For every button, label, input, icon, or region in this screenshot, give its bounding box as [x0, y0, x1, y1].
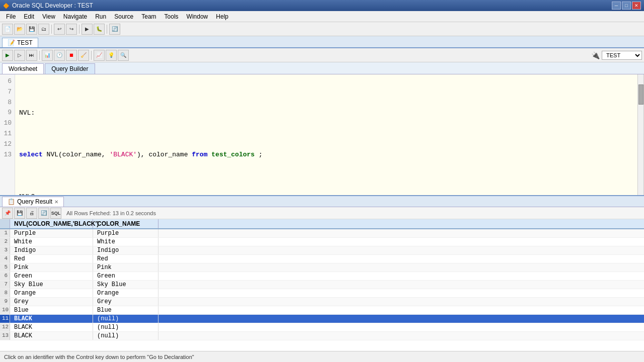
doc-tab-test[interactable]: 📝 TEST — [2, 38, 38, 47]
save-grid-btn[interactable]: 💾 — [14, 208, 25, 219]
results-toolbar: 📌 💾 🖨 🔄 SQL All Rows Fetched: 13 in 0.2 … — [0, 207, 644, 219]
header-col2[interactable]: COLOR_NAME — [93, 219, 158, 228]
menu-source[interactable]: Source — [110, 12, 137, 21]
connection-selector: 🔌 TEST — [591, 51, 642, 60]
row-num: 9 — [0, 298, 10, 306]
window-title: Oracle SQL Developer : TEST — [12, 2, 612, 9]
cell-col2: Grey — [93, 298, 158, 306]
table-row[interactable]: 4RedRed — [0, 255, 644, 263]
save-btn[interactable]: 💾 — [26, 24, 37, 35]
cell-col2: Purple — [93, 229, 158, 237]
menu-file[interactable]: File — [2, 12, 20, 21]
menu-tools[interactable]: Tools — [160, 12, 183, 21]
menu-window[interactable]: Window — [183, 12, 212, 21]
menu-team[interactable]: Team — [137, 12, 160, 21]
table-row[interactable]: 11BLACK(null) — [0, 315, 644, 323]
menu-help[interactable]: Help — [212, 12, 232, 21]
table-row[interactable]: 5PinkPink — [0, 263, 644, 272]
save-all-btn[interactable]: 🗂 — [38, 24, 49, 35]
results-tab-bar: 📋 Query Result ✕ — [0, 196, 644, 207]
doc-tab-icon: 📝 — [8, 39, 15, 46]
cell-col2: White — [93, 238, 158, 246]
cancel-btn[interactable]: ⏹ — [66, 50, 77, 61]
editor-line-9: select NVL(color_name, 'BLACK'), color_n… — [19, 150, 633, 160]
menu-view[interactable]: View — [38, 12, 59, 21]
cell-col1: Green — [10, 272, 93, 280]
explain-btn[interactable]: 💡 — [106, 50, 117, 61]
sep1 — [51, 25, 52, 34]
menu-bar: File Edit View Navigate Run Source Team … — [0, 11, 644, 22]
table-row[interactable]: 12BLACK(null) — [0, 323, 644, 332]
run-statement-btn[interactable]: ▷ — [14, 50, 25, 61]
sql-btn[interactable]: SQL — [50, 208, 61, 219]
menu-run[interactable]: Run — [91, 12, 110, 21]
editor-line-11: NVL2: — [19, 192, 633, 195]
table-row[interactable]: 7Sky BlueSky Blue — [0, 281, 644, 289]
forward-btn[interactable]: ↪ — [66, 24, 77, 35]
row-num: 4 — [0, 255, 10, 263]
sep5 — [91, 51, 92, 60]
line-numbers: 6 7 8 9 10 11 12 13 — [0, 74, 15, 195]
table-row[interactable]: 10BlueBlue — [0, 306, 644, 315]
migrate-btn[interactable]: 🔄 — [109, 24, 120, 35]
document-tab-bar: 📝 TEST — [0, 36, 644, 48]
cell-col1: Orange — [10, 289, 93, 297]
clear-btn[interactable]: 🧹 — [78, 50, 89, 61]
history-btn[interactable]: 🕐 — [54, 50, 65, 61]
table-row[interactable]: 13BLACK(null) — [0, 332, 644, 340]
results-status: All Rows Fetched: 13 in 0.2 seconds — [66, 210, 156, 216]
cell-col1: Red — [10, 255, 93, 263]
editor-scrollbar[interactable] — [637, 74, 643, 195]
tab-query-builder[interactable]: Query Builder — [45, 63, 95, 74]
row-num: 10 — [0, 306, 10, 314]
cell-col1: Grey — [10, 298, 93, 306]
header-row-num — [0, 219, 10, 228]
back-btn[interactable]: ↩ — [54, 24, 65, 35]
results-tab-close[interactable]: ✕ — [54, 199, 58, 205]
save-results-btn[interactable]: 📊 — [42, 50, 53, 61]
sql-editor[interactable]: 6 7 8 9 10 11 12 13 NVL: select NVL(colo… — [0, 74, 644, 195]
menu-navigate[interactable]: Navigate — [59, 12, 91, 21]
cell-col2: Pink — [93, 263, 158, 272]
run-script-btn[interactable]: ▶ — [2, 50, 13, 61]
cell-col1: Purple — [10, 229, 93, 237]
row-num: 11 — [0, 315, 10, 323]
maximize-button[interactable]: □ — [622, 2, 631, 10]
row-num: 12 — [0, 323, 10, 331]
row-num: 1 — [0, 229, 10, 237]
debug-btn[interactable]: 🐛 — [94, 24, 105, 35]
connection-dropdown[interactable]: TEST — [602, 51, 642, 60]
table-row[interactable]: 8OrangeOrange — [0, 289, 644, 298]
cell-col1: White — [10, 238, 93, 246]
main-toolbar: 📄 📂 💾 🗂 ↩ ↪ ▶ 🐛 🔄 — [0, 22, 644, 36]
close-button[interactable]: ✕ — [632, 2, 641, 10]
new-btn[interactable]: 📄 — [2, 24, 13, 35]
open-btn[interactable]: 📂 — [14, 24, 25, 35]
table-row[interactable]: 3IndigoIndigo — [0, 246, 644, 255]
results-header: NVL(COLOR_NAME,'BLACK') COLOR_NAME — [0, 219, 644, 229]
cell-col2: Blue — [93, 306, 158, 314]
run-btn[interactable]: ▶ — [82, 24, 93, 35]
table-row[interactable]: 2WhiteWhite — [0, 238, 644, 246]
results-tab[interactable]: 📋 Query Result ✕ — [2, 197, 64, 207]
print-btn[interactable]: 🖨 — [26, 208, 37, 219]
pin-btn[interactable]: 📌 — [2, 208, 13, 219]
sep2 — [79, 25, 79, 34]
autotrace-btn[interactable]: 📈 — [94, 50, 105, 61]
minimize-button[interactable]: ─ — [612, 2, 621, 10]
run-all-btn[interactable]: ⏭ — [26, 50, 37, 61]
tab-worksheet[interactable]: Worksheet — [2, 63, 44, 74]
title-bar: 🔶 Oracle SQL Developer : TEST ─ □ ✕ — [0, 0, 644, 11]
cell-col2: (null) — [93, 323, 158, 331]
cell-col1: Pink — [10, 263, 93, 272]
find-btn[interactable]: 🔍 — [118, 50, 129, 61]
refresh-btn[interactable]: 🔄 — [38, 208, 49, 219]
cell-col2: Orange — [93, 289, 158, 297]
editor-content[interactable]: NVL: select NVL(color_name, 'BLACK'), co… — [15, 74, 637, 195]
menu-edit[interactable]: Edit — [20, 12, 38, 21]
table-row[interactable]: 1PurplePurple — [0, 229, 644, 238]
scroll-thumb[interactable] — [638, 84, 643, 105]
header-col1[interactable]: NVL(COLOR_NAME,'BLACK') — [10, 219, 93, 228]
table-row[interactable]: 6GreenGreen — [0, 272, 644, 281]
table-row[interactable]: 9GreyGrey — [0, 298, 644, 306]
